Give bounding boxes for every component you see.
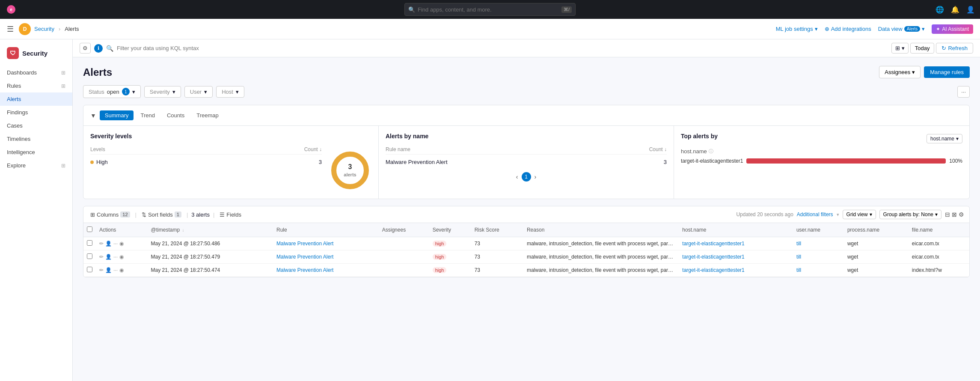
username-cell: till [793,264,844,277]
sidebar-item-cases[interactable]: Cases [0,119,72,132]
bell-icon[interactable]: 🔔 [951,6,959,14]
sidebar-item-findings[interactable]: Findings [0,106,72,119]
row-checkbox-0[interactable] [87,240,92,246]
edit-icon[interactable]: ✏ [99,254,104,260]
process-name-header: process.name [844,223,909,237]
user-action-icon[interactable]: 👤 [105,241,112,247]
top-alerts-select[interactable]: host.name ▾ [927,134,962,143]
view-switcher[interactable]: ⊞ ▾ [891,43,909,54]
user-filter[interactable]: User ▾ [184,86,213,98]
global-search-input[interactable] [418,6,559,13]
row-renderer-button[interactable]: ⊠ [952,211,957,218]
username-link[interactable]: till [796,267,801,273]
group-alerts-button[interactable]: Group alerts by: None ▾ [879,210,941,219]
username-link[interactable]: till [796,254,801,260]
table-row: ✏ 👤 ··· ◉ May 21, 2024 @ 18:27:50.474 Ma… [83,264,969,277]
tab-counts[interactable]: Counts [162,110,190,120]
header-actions: Assignees ▾ Manage rules [879,66,970,78]
table-row: ✏ 👤 ··· ◉ May 21, 2024 @ 18:27:50.486 Ma… [83,237,969,250]
alerts-by-name-row: Malware Prevention Alert 3 [386,157,667,167]
sidebar-item-rules[interactable]: Rules ⊞ [0,79,72,92]
status-filter[interactable]: Status open 1 ▾ [83,85,141,98]
row-checkbox-cell [83,264,96,277]
assignees-cell [379,237,429,250]
user-action-icon[interactable]: 👤 [105,267,112,273]
timestamp-header[interactable]: @timestamp ↓ [148,223,273,237]
filter-info-button[interactable]: ℹ [94,44,103,53]
username-link[interactable]: till [796,241,801,247]
sidebar-item-explore[interactable]: Explore ⊞ [0,159,72,172]
globe-icon[interactable]: 🌐 [935,6,944,14]
fields-button[interactable]: ☰ Fields [218,211,243,219]
today-button[interactable]: Today [910,43,935,54]
hostname-link[interactable]: target-it-elasticagenttester1 [682,241,744,247]
top-alerts-title: Top alerts by [681,133,718,140]
columns-button[interactable]: ⊞ Columns 12 [89,211,132,219]
breadcrumb-security[interactable]: Security [34,26,54,32]
elastic-logo[interactable]: e [5,3,17,15]
hostname-header: host.name [679,223,793,237]
row-checkbox-cell [83,237,96,250]
settings-button[interactable]: ⚙ [959,211,964,218]
assignees-button[interactable]: Assignees ▾ [879,66,921,78]
row-checkbox-1[interactable] [87,253,92,259]
rule-link[interactable]: Malware Prevention Alert [276,267,333,273]
grid-view-button[interactable]: Grid view ▾ [843,210,876,219]
edit-icon[interactable]: ✏ [99,267,104,273]
global-search-bar[interactable]: 🔍 ⌘/ [404,3,576,16]
table-view-button[interactable]: ⊟ [945,211,950,218]
timestamp-cell: May 21, 2024 @ 18:27:50.474 [148,264,273,277]
top-alerts-by-panel: Top alerts by host.name ▾ host.name ⓘ ta… [674,126,969,199]
severity-filter[interactable]: Severity ▾ [144,86,181,98]
host-filter[interactable]: Host ▾ [216,86,244,98]
user-icon[interactable]: 👤 [966,6,975,14]
select-all-checkbox[interactable] [87,226,92,232]
refresh-button[interactable]: ↻ Refresh [936,43,973,54]
sidebar-item-alerts[interactable]: Alerts [0,92,72,106]
status-icon[interactable]: ◉ [119,241,124,247]
more-actions-icon[interactable]: ··· [113,241,118,247]
rule-cell: Malware Prevention Alert [273,237,379,250]
chevron-down-icon: ▾ [837,212,839,217]
table-row: ✏ 👤 ··· ◉ May 21, 2024 @ 18:27:50.479 Ma… [83,250,969,264]
collapse-button[interactable]: ▼ [90,112,96,119]
ai-assistant-button[interactable]: ✦ AI Assistant [932,24,973,34]
severity-badge: high [433,254,447,260]
additional-filters-link[interactable]: Additional filters [797,211,833,217]
summary-body: Severity levels Levels Count ↓ [83,126,969,199]
hostname-link[interactable]: target-it-elasticagenttester1 [682,267,744,273]
data-view-button[interactable]: Data view Alerts ▾ [878,26,925,32]
host-bar [746,158,946,164]
edit-icon[interactable]: ✏ [99,241,104,247]
hostname-cell: target-it-elasticagenttester1 [679,250,793,264]
user-action-icon[interactable]: 👤 [105,254,112,260]
rule-link[interactable]: Malware Prevention Alert [276,254,333,260]
manage-rules-button[interactable]: Manage rules [924,66,970,78]
sidebar-item-timelines[interactable]: Timelines [0,132,72,146]
tab-trend[interactable]: Trend [135,110,160,120]
kql-filter-input[interactable] [117,45,888,51]
more-actions-icon[interactable]: ··· [113,254,118,260]
sidebar-item-intelligence[interactable]: Intelligence [0,146,72,159]
hamburger-menu[interactable]: ☰ [7,24,14,34]
prev-page-button[interactable]: ‹ [516,173,518,180]
tab-treemap[interactable]: Treemap [191,110,224,120]
sort-fields-button[interactable]: ⇅ Sort fields 1 [140,211,183,219]
rule-link[interactable]: Malware Prevention Alert [276,241,333,247]
ml-job-settings-button[interactable]: ML job settings ▾ [776,26,818,32]
next-page-button[interactable]: › [535,173,537,180]
more-actions-icon[interactable]: ··· [113,267,118,273]
actions-cell: ✏ 👤 ··· ◉ [96,237,148,250]
sort-icon: ⇅ [142,211,146,218]
filter-options-button[interactable]: ⚙ [80,43,91,54]
more-filters-button[interactable]: ··· [957,86,970,98]
status-icon[interactable]: ◉ [119,267,124,273]
hostname-link[interactable]: target-it-elasticagenttester1 [682,254,744,260]
username-header: user.name [793,223,844,237]
severity-header: Severity [429,223,471,237]
sidebar-item-dashboards[interactable]: Dashboards ⊞ [0,66,72,79]
row-checkbox-2[interactable] [87,267,92,272]
status-icon[interactable]: ◉ [119,254,124,260]
tab-summary[interactable]: Summary [100,110,134,120]
add-integrations-button[interactable]: ⊕ Add integrations [825,26,871,32]
